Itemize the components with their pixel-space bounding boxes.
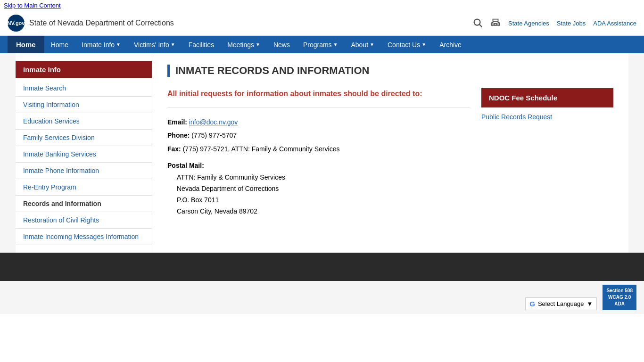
nav-item-home[interactable]: Home [44,36,75,53]
select-language-widget[interactable]: G Select Language ▼ [525,297,597,310]
main-nav: Home Home Inmate Info ▼ Victims' Info ▼ … [0,36,644,53]
section508-line2: WCAG 2.0 [606,294,633,301]
sidebar-item-family-services: Family Services Division [16,130,152,146]
postal-section: Postal Mail: ATTN: Family & Community Se… [167,162,470,217]
sidebar-link-reentry[interactable]: Re-Entry Program [16,179,152,195]
search-icon [472,17,483,28]
chevron-down-icon: ▼ [587,300,593,307]
sidebar-link-records[interactable]: Records and Information [16,196,152,212]
svg-point-0 [474,19,480,25]
nav-item-programs[interactable]: Programs ▼ [297,36,345,53]
section508-badge: Section 508 WCAG 2.0 ADA [603,285,636,310]
top-header: NV.gov State of Nevada Department of Cor… [0,11,644,36]
sidebar-link-visiting[interactable]: Visiting Information [16,97,152,113]
section508-line1: Section 508 [606,288,633,294]
public-records-section: Public Records Request [481,113,613,121]
sidebar-item-education: Education Services [16,113,152,130]
nav-item-about[interactable]: About ▼ [344,36,381,53]
svg-rect-3 [494,23,497,25]
state-jobs-link[interactable]: State Jobs [557,20,586,27]
sidebar: Inmate Info Inmate Search Visiting Infor… [16,53,152,253]
sidebar-link-incoming-messages[interactable]: Inmate Incoming Messages Information [16,229,152,245]
print-icon [490,17,501,28]
nav-item-facilities[interactable]: Facilities [182,36,221,53]
google-icon: G [529,300,535,308]
sidebar-link-phone[interactable]: Inmate Phone Information [16,163,152,179]
postal-line-2: Nevada Department of Corrections [177,183,470,195]
right-sidebar: NDOC Fee Schedule Public Records Request [481,88,613,217]
fax-line: Fax: (775) 977-5721, ATTN: Family & Comm… [167,144,470,154]
page-title: INMATE RECORDS AND INFORMATION [167,65,613,77]
nav-item-news[interactable]: News [267,36,297,53]
nav-item-contact-us[interactable]: Contact Us ▼ [381,36,433,53]
nv-gov-logo: NV.gov [8,15,25,32]
sidebar-link-education[interactable]: Education Services [16,113,152,129]
sidebar-item-phone: Inmate Phone Information [16,163,152,179]
sidebar-item-civil-rights: Restoration of Civil Rights [16,212,152,229]
chevron-down-icon: ▼ [256,42,260,47]
nav-home-highlight[interactable]: Home [8,36,44,53]
skip-to-main-link[interactable]: Skip to Main Content [0,0,644,11]
intro-text: All initial requests for information abo… [167,88,470,107]
header-right: State Agencies State Jobs ADA Assistance [472,17,636,29]
main-content: INMATE RECORDS AND INFORMATION All initi… [152,53,628,253]
search-button[interactable] [472,17,483,29]
sidebar-item-visiting: Visiting Information [16,97,152,113]
chevron-down-icon: ▼ [370,42,374,47]
sidebar-link-family-services[interactable]: Family Services Division [16,130,152,146]
fee-schedule-box: NDOC Fee Schedule [481,88,613,107]
chevron-down-icon: ▼ [333,42,338,47]
page-footer [0,253,644,281]
nav-item-meetings[interactable]: Meetings ▼ [221,36,267,53]
postal-line-4: Carson City, Nevada 89702 [177,206,470,217]
section508-line3: ADA [606,301,633,307]
postal-line-3: P.O. Box 7011 [177,195,470,206]
sidebar-item-reentry: Re-Entry Program [16,179,152,196]
svg-line-1 [479,25,482,27]
sidebar-link-inmate-search[interactable]: Inmate Search [16,80,152,96]
chevron-down-icon: ▼ [421,42,426,47]
sidebar-link-banking[interactable]: Inmate Banking Services [16,146,152,162]
chevron-down-icon: ▼ [116,42,121,47]
postal-line-1: ATTN: Family & Community Services [177,172,470,183]
email-line: Email: info@doc.nv.gov [167,117,470,127]
public-records-link[interactable]: Public Records Request [481,113,552,121]
bottom-bar: G Select Language ▼ Section 508 WCAG 2.0… [0,281,644,314]
postal-lines: ATTN: Family & Community Services Nevada… [167,172,470,217]
nav-item-archive[interactable]: Archive [433,36,468,53]
content-area: Inmate Info Inmate Search Visiting Infor… [16,53,628,253]
sidebar-item-inmate-search: Inmate Search [16,80,152,97]
sidebar-item-incoming-messages: Inmate Incoming Messages Information [16,229,152,245]
ada-assistance-link[interactable]: ADA Assistance [593,20,636,27]
email-link[interactable]: info@doc.nv.gov [189,118,238,126]
contact-info: Email: info@doc.nv.gov Phone: (775) 977-… [167,117,470,154]
nav-item-victims-info[interactable]: Victims' Info ▼ [127,36,182,53]
content-columns: All initial requests for information abo… [167,88,613,217]
top-links: State Agencies State Jobs ADA Assistance [508,20,636,27]
sidebar-title: Inmate Info [16,61,152,78]
header-left: NV.gov State of Nevada Department of Cor… [8,15,174,32]
sidebar-item-banking: Inmate Banking Services [16,146,152,163]
postal-title: Postal Mail: [167,162,470,169]
state-agencies-link[interactable]: State Agencies [508,20,549,27]
agency-title: State of Nevada Department of Correction… [29,19,174,27]
sidebar-list: Inmate Search Visiting Information Educa… [16,80,152,245]
content-left: All initial requests for information abo… [167,88,470,217]
nav-item-inmate-info[interactable]: Inmate Info ▼ [75,36,127,53]
phone-line: Phone: (775) 977-5707 [167,130,470,140]
print-button[interactable] [490,17,501,29]
select-language-label: Select Language [538,300,584,307]
sidebar-link-civil-rights[interactable]: Restoration of Civil Rights [16,212,152,228]
page-wrapper: Inmate Info Inmate Search Visiting Infor… [0,53,644,253]
chevron-down-icon: ▼ [171,42,175,47]
sidebar-item-records: Records and Information [16,196,152,212]
